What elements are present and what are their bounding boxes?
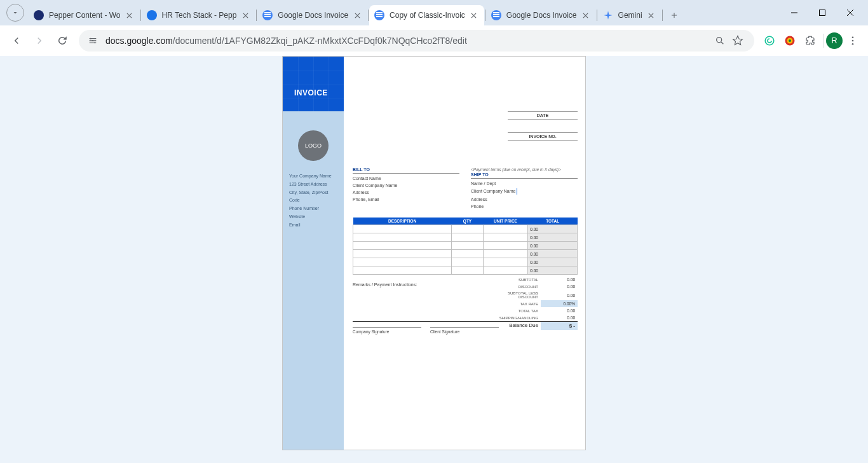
- ship-address: Address: [471, 197, 578, 202]
- company-address: 123 Street Address: [289, 181, 337, 188]
- invoice-main[interactable]: DATE INVOICE NO. BILL TO Contact Name Cl…: [344, 57, 585, 450]
- site-info-icon[interactable]: [86, 34, 99, 47]
- url-text: docs.google.com/document/d/1AFYGM82Zkqi_…: [105, 36, 711, 46]
- tab-title: Google Docs Invoice: [278, 11, 348, 20]
- close-icon[interactable]: [240, 10, 250, 20]
- tab-copy-classic-invoice[interactable]: Copy of Classic-Invoic: [369, 5, 484, 25]
- tab-separator: [662, 10, 663, 21]
- company-csz: City, State, Zip/Post Code: [289, 189, 337, 203]
- minimize-button[interactable]: [780, 3, 808, 23]
- tab-title: Google Docs Invoice: [506, 11, 577, 20]
- totaltax-label: TOTAL TAX: [491, 308, 541, 314]
- forward-button[interactable]: [28, 29, 51, 52]
- extensions-icon[interactable]: [800, 31, 820, 51]
- ship-company: Client Company Name: [471, 188, 578, 195]
- table-row[interactable]: 0.00: [353, 266, 578, 275]
- kebab-menu-icon[interactable]: [843, 31, 863, 51]
- tab-strip: Pepper Content - Wo HR Tech Stack - Pepp…: [0, 0, 868, 25]
- th-total: TOTAL: [528, 218, 578, 225]
- tab-separator: [368, 10, 369, 21]
- totaltax-value: 0.00: [541, 307, 578, 314]
- close-icon[interactable]: [352, 10, 362, 20]
- company-signature: Company Signature: [353, 328, 421, 334]
- grammarly-icon[interactable]: [759, 31, 780, 51]
- svg-point-10: [852, 39, 854, 41]
- extension-badge-icon[interactable]: [780, 31, 800, 51]
- svg-point-9: [852, 36, 854, 38]
- address-bar[interactable]: docs.google.com/document/d/1AFYGM82Zkqi_…: [79, 30, 754, 52]
- table-row[interactable]: 0.00: [353, 258, 578, 266]
- close-icon[interactable]: [469, 10, 479, 20]
- close-icon[interactable]: [581, 10, 591, 20]
- tab-title: Copy of Classic-Invoic: [390, 11, 465, 20]
- close-window-button[interactable]: [836, 3, 864, 23]
- table-row[interactable]: 0.00: [353, 242, 578, 250]
- th-description: DESCRIPTION: [353, 218, 452, 225]
- document-canvas[interactable]: INVOICE LOGO Your Company Name 123 Stree…: [0, 56, 868, 463]
- text-cursor: [517, 188, 517, 195]
- company-phone: Phone Number: [289, 205, 337, 212]
- svg-point-5: [765, 36, 774, 45]
- tab-hr-tech-stack[interactable]: HR Tech Stack - Pepp: [142, 5, 256, 25]
- tab-docs-invoice-2[interactable]: Google Docs Invoice: [486, 5, 596, 25]
- ship-phone: Phone: [471, 204, 578, 209]
- client-signature: Client Signature: [430, 328, 499, 334]
- invoice-no-label[interactable]: INVOICE NO.: [508, 132, 578, 141]
- reload-button[interactable]: [51, 29, 74, 52]
- table-row[interactable]: 0.00: [353, 233, 578, 242]
- ship-name: Name / Dept: [471, 181, 578, 186]
- maximize-button[interactable]: [808, 3, 836, 23]
- globe-icon: [34, 10, 44, 20]
- svg-point-1: [90, 38, 92, 39]
- svg-point-8: [789, 39, 791, 42]
- profile-avatar[interactable]: R: [826, 32, 843, 49]
- docs-icon: [262, 10, 273, 20]
- remarks-label[interactable]: Remarks / Payment Instructions:: [353, 282, 429, 287]
- docs-icon: [491, 10, 501, 20]
- th-unit-price: UNIT PRICE: [483, 218, 528, 225]
- bill-phone-email: Phone, Email: [353, 197, 459, 202]
- svg-point-2: [92, 40, 93, 41]
- ship-to-block[interactable]: <Payment terms (due on receipt, due in X…: [471, 167, 578, 211]
- table-row[interactable]: 0.00: [353, 225, 578, 233]
- svg-point-4: [717, 37, 722, 42]
- taxrate-label: TAX RATE: [491, 301, 541, 307]
- tab-separator: [140, 10, 141, 21]
- new-tab-button[interactable]: [665, 6, 683, 24]
- subtotal-label: SUBTOTAL: [491, 277, 541, 283]
- bookmark-icon[interactable]: [729, 32, 747, 50]
- invoice-sidebar: INVOICE LOGO Your Company Name 123 Stree…: [283, 57, 344, 450]
- date-label[interactable]: DATE: [508, 111, 578, 120]
- line-items-table[interactable]: DESCRIPTION QTY UNIT PRICE TOTAL 0.00 0.…: [353, 218, 578, 275]
- invoice-heading: INVOICE: [294, 88, 328, 97]
- document-page[interactable]: INVOICE LOGO Your Company Name 123 Stree…: [282, 56, 586, 450]
- close-icon[interactable]: [125, 10, 135, 20]
- invoice-header-block: INVOICE: [283, 57, 344, 111]
- company-email: Email: [289, 221, 337, 228]
- taxrate-value: 0.00%: [541, 300, 578, 307]
- tab-pepper-content[interactable]: Pepper Content - Wo: [29, 5, 140, 25]
- tab-gemini[interactable]: Gemini: [598, 5, 661, 25]
- th-qty: QTY: [452, 218, 483, 225]
- bill-company: Client Company Name: [353, 183, 459, 188]
- table-row[interactable]: 0.00: [353, 250, 578, 258]
- docs-icon: [374, 10, 384, 20]
- bill-to-block[interactable]: BILL TO Contact Name Client Company Name…: [353, 167, 459, 211]
- tab-separator: [485, 10, 485, 21]
- tab-separator: [597, 10, 597, 21]
- company-info[interactable]: Your Company Name 123 Street Address Cit…: [283, 172, 344, 228]
- discount-value: 0.00: [541, 283, 578, 290]
- search-tabs-button[interactable]: [6, 4, 24, 22]
- tab-docs-invoice-1[interactable]: Google Docs Invoice: [257, 5, 367, 25]
- tab-title: Gemini: [618, 11, 642, 20]
- company-website: Website: [289, 213, 337, 220]
- close-icon[interactable]: [646, 10, 656, 20]
- toolbar-separator: [823, 34, 824, 48]
- tab-title: HR Tech Stack - Pepp: [162, 11, 237, 20]
- zoom-icon[interactable]: [711, 32, 729, 50]
- svg-rect-0: [820, 10, 825, 16]
- logo-placeholder[interactable]: LOGO: [298, 130, 329, 161]
- bill-to-heading: BILL TO: [353, 167, 459, 174]
- svg-point-3: [94, 42, 95, 43]
- back-button[interactable]: [5, 29, 28, 52]
